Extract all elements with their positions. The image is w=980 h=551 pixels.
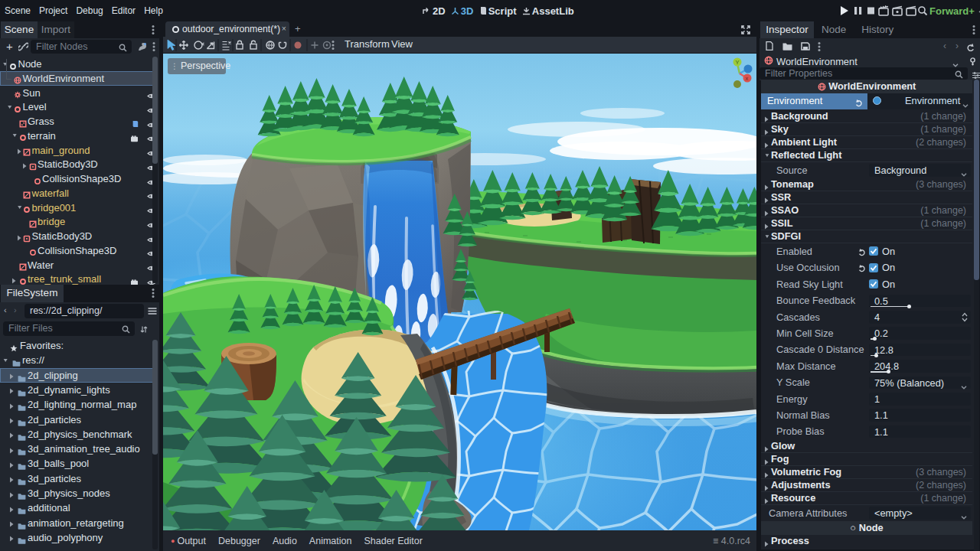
svg-text:x: x (746, 75, 749, 82)
svg-text:Y: Y (736, 59, 740, 66)
